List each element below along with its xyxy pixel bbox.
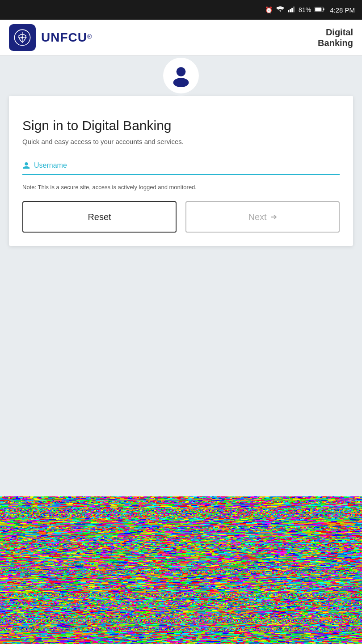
username-person-icon [22,161,30,169]
user-avatar-icon [169,64,193,87]
reset-button[interactable]: Reset [22,201,177,233]
svg-point-10 [21,36,24,38]
glitch-area [0,483,362,644]
signin-subtitle: Quick and easy access to your accounts a… [22,138,340,145]
next-button[interactable]: Next ➔ [185,201,340,233]
username-field-row: Username [22,159,340,175]
digital-banking-label: DigitalBanking [318,27,353,48]
logo-text-group: UNFCU® [41,30,92,45]
signal-icon [288,6,295,14]
avatar-inner [163,58,199,93]
svg-point-11 [177,67,186,76]
header-digital-banking: DigitalBanking [318,27,353,48]
wifi-icon [276,6,284,14]
logo-text: UNFCU [41,30,87,44]
svg-rect-0 [288,10,289,12]
unfcu-logo-icon [9,24,36,51]
content-area: Sign in to Digital Banking Quick and eas… [0,55,362,246]
battery-percent: 81% [299,6,311,13]
svg-rect-2 [291,8,293,12]
signin-card: Sign in to Digital Banking Quick and eas… [9,96,353,246]
svg-rect-1 [290,9,291,12]
username-label: Username [34,161,67,169]
svg-rect-3 [293,6,295,12]
alarm-icon: ⏰ [265,6,273,13]
glitch-canvas [0,483,362,644]
battery-icon [315,6,324,13]
avatar-container [9,55,353,96]
note-text: Note: This is a secure site, access is a… [22,184,340,191]
signin-title: Sign in to Digital Banking [22,118,340,133]
svg-rect-5 [323,8,324,11]
svg-rect-6 [315,8,321,12]
next-button-label: Next [248,212,266,222]
logo-area: UNFCU® [9,24,92,51]
logo-reg: ® [87,33,92,40]
avatar-circle [161,55,201,96]
time-display: 4:28 PM [330,6,355,14]
username-input[interactable] [72,159,340,172]
username-label-area: Username [22,161,67,169]
app-header: UNFCU® DigitalBanking [0,20,362,55]
next-arrow-icon: ➔ [270,212,277,222]
button-row: Reset Next ➔ [22,201,340,233]
svg-point-12 [173,78,189,87]
status-bar: ⏰ 81% 4:28 PM [0,0,362,20]
